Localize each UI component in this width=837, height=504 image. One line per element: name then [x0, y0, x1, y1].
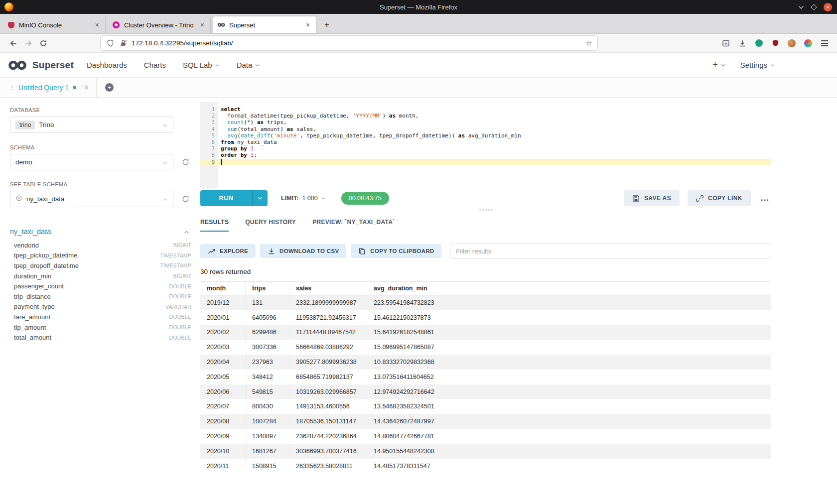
code-line[interactable]: count(*) as trips, [218, 119, 771, 126]
window-maximize-button[interactable] [811, 4, 817, 10]
column-row[interactable]: tpep_dropoff_datetimeTIMESTAMP [10, 260, 191, 271]
grid-row[interactable]: 2020/016405096119538721.9245631715.46122… [200, 310, 771, 325]
grid-row[interactable]: 2019/121312332.1899999999987223.59541984… [200, 295, 771, 310]
downloads-icon[interactable] [738, 39, 747, 48]
nav-sql-lab[interactable]: SQL Lab [183, 61, 220, 69]
shield-icon[interactable] [106, 39, 115, 48]
column-row[interactable]: passenger_countDOUBLE [10, 281, 191, 291]
limit-control[interactable]: LIMIT: 1 000 [281, 195, 325, 202]
grid-row[interactable]: 2020/08100728418705536.15013114714.43642… [200, 414, 771, 429]
nav-data[interactable]: Data [237, 61, 260, 69]
column-row[interactable]: trip_distanceDOUBLE [10, 291, 191, 302]
editor-code[interactable]: select format_datetime(tpep_pickup_datet… [218, 102, 771, 188]
header-plus-button[interactable]: + [712, 60, 725, 70]
sql-editor[interactable]: 123456789 select format_datetime(tpep_pi… [200, 102, 771, 188]
grid-header: monthtripssalesavg_duration_min [200, 281, 771, 295]
grid-row[interactable]: 2020/03300733656664869.0388629215.096995… [200, 340, 771, 355]
run-dropdown-button[interactable] [252, 190, 268, 206]
schema-select[interactable]: demo [10, 154, 173, 170]
code-line[interactable] [218, 159, 771, 165]
save-page-icon[interactable] [721, 39, 730, 48]
superset-brand[interactable]: Superset [7, 60, 74, 71]
grid-header-cell[interactable]: avg_duration_min [367, 282, 771, 295]
ublock-shield-icon[interactable] [771, 39, 780, 48]
column-row[interactable]: duration_minBIGINT [10, 271, 191, 281]
query-tab[interactable]: Untitled Query 1 × [18, 78, 97, 98]
explore-button[interactable]: EXPLORE [200, 244, 256, 258]
table-refresh-button[interactable] [179, 195, 191, 203]
add-query-tab-button[interactable]: + [105, 83, 114, 92]
grid-cell: 2020/11 [200, 459, 246, 470]
results-tab[interactable]: QUERY HISTORY [245, 214, 296, 232]
grid-row[interactable]: 2020/11150891526335623.5802881114.485173… [200, 459, 771, 470]
pane-resize-handle[interactable] [200, 207, 771, 213]
menu-button[interactable] [820, 39, 829, 48]
header-settings-button[interactable]: Settings [740, 61, 775, 69]
grid-cell: 2332.1899999999987 [289, 295, 367, 310]
grid-row[interactable]: 2020/0654981510319263.02996685712.974924… [200, 384, 771, 399]
column-row[interactable]: payment_typeVARCHAR [10, 302, 191, 312]
tab-close-icon[interactable]: × [304, 21, 312, 29]
grid-cell: 131 [246, 295, 289, 310]
schema-label: SCHEMA [10, 144, 191, 150]
extension-pinwheel-icon[interactable] [804, 39, 813, 48]
code-line[interactable]: avg(date_diff('minute', tpep_pickup_date… [218, 132, 771, 139]
column-row[interactable]: total_amountDOUBLE [10, 332, 191, 343]
table-name[interactable]: ny_taxi_data [10, 228, 51, 236]
code-line[interactable]: sum(total_amount) as sales, [218, 126, 771, 132]
column-row[interactable]: tpep_pickup_datetimeTIMESTAMP [10, 251, 191, 261]
nav-charts[interactable]: Charts [144, 61, 166, 69]
table-select[interactable]: ny_taxi_data [10, 191, 173, 207]
extension-green-icon[interactable] [754, 39, 763, 48]
filter-results-input[interactable] [450, 244, 771, 258]
save-as-button[interactable]: SAVE AS [624, 190, 680, 206]
nav-dashboards[interactable]: Dashboards [87, 61, 127, 69]
code-line[interactable]: group by 1 [218, 145, 771, 152]
new-tab-button[interactable]: + [318, 16, 335, 33]
copy-link-button[interactable]: COPY LINK [688, 190, 751, 206]
tab-close-icon[interactable]: × [198, 21, 206, 29]
column-row[interactable]: fare_amountDOUBLE [10, 312, 191, 322]
forward-button[interactable] [21, 36, 36, 50]
collapse-chevron-icon[interactable] [184, 227, 189, 236]
column-row[interactable]: tip_amountDOUBLE [10, 322, 191, 333]
insecure-lock-icon[interactable] [119, 39, 128, 48]
account-avatar-icon[interactable] [787, 39, 796, 48]
reload-button[interactable] [36, 36, 51, 50]
bookmark-star-icon[interactable]: ☆ [586, 39, 592, 48]
copy-clipboard-button[interactable]: COPY TO CLIPBOARD [351, 244, 441, 258]
column-row[interactable]: vendoridBIGINT [10, 240, 191, 251]
code-line[interactable]: select [218, 106, 771, 113]
code-line[interactable]: order by 1; [218, 152, 771, 158]
more-options-button[interactable]: ... [759, 193, 771, 203]
url-text[interactable]: 172.18.0.4:32295/superset/sqllab/ [132, 39, 582, 47]
back-button[interactable] [6, 36, 21, 50]
grid-cell: 2019/12 [200, 295, 246, 310]
grid-row[interactable]: 2020/042379633905277.809993623810.833327… [200, 355, 771, 370]
query-tab-close-icon[interactable]: × [84, 84, 88, 92]
grid-row[interactable]: 2020/053484126854865.71998213713.0735164… [200, 370, 771, 384]
grid-row[interactable]: 2020/09134089723628744.22023686414.80604… [200, 429, 771, 444]
window-minimize-button[interactable] [798, 2, 804, 11]
download-csv-button[interactable]: DOWNLOAD TO CSV [260, 244, 346, 258]
grid-header-cell[interactable]: trips [246, 282, 289, 295]
chevron-down-icon [721, 64, 725, 67]
database-select[interactable]: trino Trino [10, 117, 173, 133]
url-bar[interactable]: 172.18.0.4:32295/superset/sqllab/ ☆ [101, 36, 597, 50]
grid-row[interactable]: 2020/026299486117114448.8946754215.64192… [200, 325, 771, 340]
grid-header-cell[interactable]: month [200, 282, 246, 295]
browser-tab-trino[interactable]: Cluster Overview - Trino × [108, 16, 211, 33]
grid-row[interactable]: 2020/10168126730366993.70037741614.95015… [200, 444, 771, 459]
schema-refresh-button[interactable] [179, 158, 191, 166]
code-line[interactable]: from ny_taxi_data [218, 139, 771, 145]
grid-row[interactable]: 2020/0780043014913153.460055613.54682358… [200, 399, 771, 414]
browser-tab-minio[interactable]: MinIO Console × [3, 16, 106, 33]
window-close-button[interactable]: × [824, 3, 832, 11]
results-tab[interactable]: RESULTS [200, 214, 229, 232]
tab-close-icon[interactable]: × [93, 21, 101, 29]
grid-header-cell[interactable]: sales [289, 282, 367, 295]
results-tab[interactable]: PREVIEW: `NY_TAXI_DATA` [312, 214, 395, 232]
run-button[interactable]: RUN [200, 190, 252, 206]
browser-tab-superset[interactable]: Superset × [213, 16, 316, 33]
code-line[interactable]: format_datetime(tpep_pickup_datetime, 'Y… [218, 113, 771, 119]
